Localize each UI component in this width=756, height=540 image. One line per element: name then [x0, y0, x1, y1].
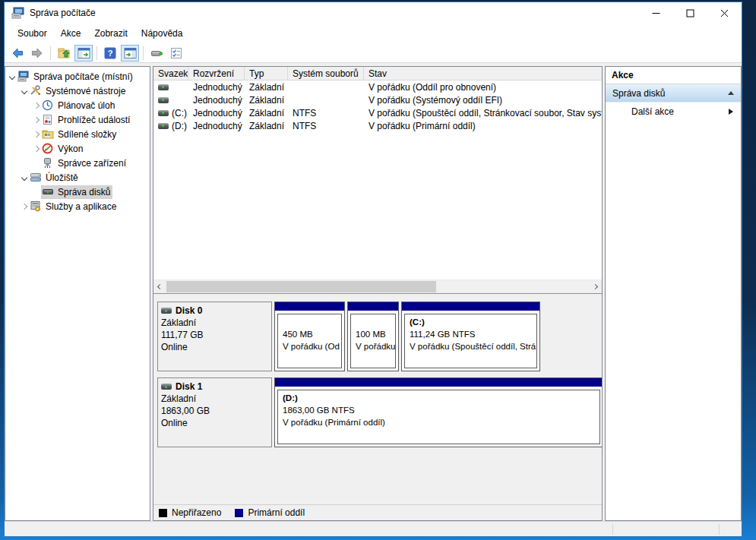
column-header-stav[interactable]: Stav	[364, 67, 602, 80]
tree-item-vykon[interactable]: Výkon	[5, 141, 150, 156]
column-header-typ[interactable]: Typ	[245, 67, 288, 80]
toggle-action-pane-button[interactable]	[121, 45, 139, 62]
tree-item-label: Úložiště	[46, 172, 78, 183]
tree-item-label: Sdílené složky	[58, 129, 116, 140]
help-icon: ?	[104, 47, 116, 59]
chevron-right-icon[interactable]	[32, 144, 41, 153]
tree-item-sprava-disku[interactable]: Správa disků	[5, 185, 150, 199]
chevron-placeholder	[32, 159, 41, 168]
volume-layout: Jednoduchý	[188, 95, 245, 106]
chevron-right-icon[interactable]	[32, 101, 41, 110]
folder-up-icon	[58, 47, 71, 59]
status-separator	[612, 524, 613, 535]
horizontal-scrollbar[interactable]	[153, 279, 602, 293]
volume-fs: NTFS	[288, 108, 364, 118]
volume-row[interactable]: (C:) Jednoduchý Základní NTFS V pořádku …	[153, 106, 602, 119]
disk-0-info[interactable]: Disk 0 Základní 111,77 GB Online	[157, 302, 272, 371]
partition-d[interactable]: (D:) 1863,00 GB NTFS V pořádku (Primární…	[274, 377, 602, 447]
window-title: Správa počítače	[30, 8, 639, 18]
device-button[interactable]	[147, 45, 166, 62]
volume-type: Základní	[245, 95, 288, 106]
help-button[interactable]: ?	[101, 45, 119, 62]
menu-zobrazit[interactable]: Zobrazit	[87, 25, 134, 42]
chevron-down-icon[interactable]	[20, 87, 29, 96]
tree-item-prohlizec-udalosti[interactable]: Prohlížeč událostí	[5, 112, 150, 127]
status-separator	[719, 524, 720, 535]
volume-layout: Jednoduchý	[188, 121, 245, 131]
minimize-button[interactable]	[639, 2, 673, 24]
column-header-rozvrzeni[interactable]: Rozvržení	[188, 67, 245, 80]
maximize-button[interactable]	[673, 2, 707, 24]
menu-napoveda[interactable]: Nápověda	[134, 25, 190, 42]
column-header-system-souboru[interactable]: Systém souborů	[288, 67, 364, 80]
volume-icon	[158, 110, 169, 116]
partition-type-strip	[275, 302, 344, 311]
menu-akce[interactable]: Akce	[54, 25, 88, 42]
tree-item-label: Systémové nástroje	[46, 86, 125, 96]
checklist-button[interactable]	[167, 45, 185, 62]
disk-type: Základní	[161, 317, 268, 329]
volume-row[interactable]: Jednoduchý Základní V pořádku (Oddíl pro…	[153, 81, 602, 93]
device-manager-icon	[42, 157, 55, 169]
toolbar-separator	[96, 46, 97, 60]
tree-item-sluzby-a-aplikace[interactable]: Služby a aplikace	[5, 199, 150, 213]
device-icon	[150, 47, 163, 59]
close-button[interactable]	[707, 2, 742, 24]
tree-item-label: Služby a aplikace	[46, 201, 116, 212]
disk-size: 111,77 GB	[161, 329, 268, 341]
tree-item-sdilene-slozky[interactable]: Sdílené složky	[5, 127, 150, 141]
graphical-view: Disk 0 Základní 111,77 GB Online 450 MB …	[153, 293, 602, 504]
scrollbar-thumb[interactable]	[166, 281, 436, 292]
chevron-right-icon[interactable]	[32, 115, 41, 125]
app-icon	[11, 7, 25, 19]
actions-group-sprava-disku[interactable]: Správa disků	[606, 84, 741, 103]
volume-status: V pořádku (Oddíl pro obnovení)	[364, 82, 602, 93]
status-bar	[5, 521, 742, 536]
legend-swatch-unallocated	[159, 509, 167, 517]
disk-management-panel: Svazek Rozvržení Typ Systém souborů Stav…	[153, 66, 603, 521]
column-header-svazek[interactable]: Svazek	[153, 67, 188, 80]
scroll-left-button[interactable]	[153, 280, 166, 293]
partition-size: 1863,00 GB NTFS	[283, 404, 599, 416]
actions-item-dalsi-akce[interactable]: Další akce	[606, 103, 741, 120]
partition-recovery[interactable]: 450 MB V pořádku (Od	[274, 302, 345, 371]
chevron-down-icon[interactable]	[20, 173, 29, 182]
disk-icon	[42, 186, 55, 198]
scroll-right-button[interactable]	[589, 280, 602, 293]
event-log-icon	[42, 114, 55, 126]
back-button[interactable]	[8, 45, 27, 62]
selected-tree-item[interactable]: Správa disků	[41, 185, 112, 199]
tree-item-uloziste[interactable]: Úložiště	[5, 170, 150, 185]
collapse-up-icon[interactable]	[728, 91, 734, 95]
volume-row[interactable]: Jednoduchý Základní V pořádku (Systémový…	[153, 93, 602, 106]
partition-c[interactable]: (C:) 111,24 GB NTFS V pořádku (Spouštěcí…	[401, 302, 540, 371]
console-tree-panel: Správa počítače (místní) Systémové nástr…	[5, 66, 150, 521]
disk-1-row: Disk 1 Základní 1863,00 GB Online (D:) 1…	[157, 377, 602, 447]
chevron-right-icon[interactable]	[20, 202, 29, 211]
title-bar[interactable]: Správa počítače	[5, 2, 742, 24]
toggle-console-tree-button[interactable]	[74, 45, 93, 62]
storage-icon	[30, 172, 43, 184]
checklist-icon	[170, 47, 182, 59]
actions-panel: Akce Správa disků Další akce	[605, 66, 742, 521]
partition-label: (C:)	[410, 316, 536, 328]
partition-size: 111,24 GB NTFS	[410, 328, 536, 340]
forward-button[interactable]	[28, 45, 46, 62]
up-level-button[interactable]	[55, 45, 73, 62]
partition-type-strip	[275, 378, 602, 387]
legend-swatch-primary	[235, 509, 243, 517]
disk-1-info[interactable]: Disk 1 Základní 1863,00 GB Online	[157, 377, 272, 447]
menu-bar: Soubor Akce Zobrazit Nápověda	[5, 24, 742, 43]
back-icon	[11, 47, 24, 59]
tree-item-planovac-uloh[interactable]: Plánovač úloh	[5, 98, 150, 112]
tree-item-systemove-nastroje[interactable]: Systémové nástroje	[5, 84, 150, 98]
menu-soubor[interactable]: Soubor	[11, 25, 54, 42]
tree-item-spravce-zarizeni[interactable]: Správce zařízení	[5, 156, 150, 170]
chevron-right-icon[interactable]	[32, 130, 41, 139]
partition-type-strip	[348, 302, 398, 311]
submenu-right-icon	[729, 109, 733, 115]
tree-item-sprava-pocitace[interactable]: Správa počítače (místní)	[5, 69, 150, 84]
chevron-down-icon[interactable]	[8, 72, 17, 81]
partition-efi[interactable]: 100 MB V pořádku	[347, 302, 399, 371]
volume-row[interactable]: (D:) Jednoduchý Základní NTFS V pořádku …	[153, 119, 602, 132]
